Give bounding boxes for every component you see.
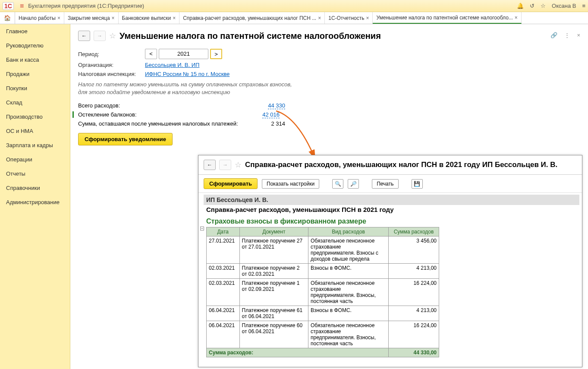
report-heading: Справка-расчет расходов, уменьшающих ПСН… <box>206 206 577 213</box>
back-button[interactable]: ← <box>204 160 216 170</box>
sidebar-item-sales[interactable]: Продажи <box>0 67 70 81</box>
report-org: ИП Бессольцев И. В. <box>204 195 579 205</box>
period-prev-button[interactable]: < <box>145 49 157 59</box>
sidebar-item-warehouse[interactable]: Склад <box>0 95 70 110</box>
close-icon[interactable]: × <box>515 15 518 21</box>
user-name[interactable]: Оксана В <box>552 3 576 9</box>
options-icon[interactable]: ≡ <box>582 3 585 9</box>
tax-link[interactable]: ИФНС России № 15 по г. Москве <box>145 71 230 77</box>
sidebar-item-main[interactable]: Главное <box>0 24 70 38</box>
bell-icon[interactable]: 🔔 <box>517 3 524 9</box>
app-title: Бухгалтерия предприятия (1С:Предприятие) <box>28 3 517 9</box>
table-row[interactable]: 06.04.2021Платежное поручение 60 от 06.0… <box>207 321 439 348</box>
favorite-icon[interactable]: ☆ <box>235 160 242 170</box>
close-icon[interactable]: × <box>318 15 321 21</box>
report-table: Дата Документ Вид расходов Сумма расходо… <box>206 227 439 357</box>
report-section: Страховые взносы в фиксированном размере <box>206 218 577 225</box>
total-expenses-link[interactable]: 44 330 <box>268 102 285 109</box>
tab-bank[interactable]: Банковские выписки× <box>119 12 180 24</box>
titlebar: 1C ≡ Бухгалтерия предприятия (1С:Предпри… <box>0 0 588 12</box>
page-title: Уменьшение налога по патентной системе н… <box>119 31 381 41</box>
more-icon[interactable]: ⋮ <box>564 32 570 38</box>
collapse-icon[interactable]: − <box>200 227 204 230</box>
org-label: Организация: <box>78 62 145 68</box>
form-notification-button[interactable]: Сформировать уведомление <box>78 133 173 145</box>
total-expenses-label: Всего расходов: <box>78 102 264 109</box>
sidebar-item-manager[interactable]: Руководителю <box>0 38 70 53</box>
sidebar-item-catalogs[interactable]: Справочники <box>0 181 70 195</box>
close-icon[interactable]: × <box>112 15 115 21</box>
close-icon[interactable]: × <box>57 15 60 21</box>
period-next-button[interactable]: > <box>210 49 222 59</box>
search-clear-icon[interactable]: 🔎 <box>348 179 359 189</box>
report-window: ← → ☆ Справка-расчет расходов, уменьшающ… <box>198 155 582 367</box>
history-icon[interactable]: ↺ <box>530 3 535 9</box>
home-tab[interactable]: 🏠 <box>0 12 15 24</box>
sidebar: Главное Руководителю Банк и касса Продаж… <box>0 24 70 369</box>
period-label: Период: <box>78 51 145 57</box>
search-icon[interactable]: 🔍 <box>332 179 343 189</box>
col-date: Дата <box>207 227 240 237</box>
tab-1c-report[interactable]: 1С-Отчетность× <box>325 12 373 24</box>
total-value: 44 330,00 <box>389 348 439 357</box>
forward-button[interactable]: → <box>219 160 231 170</box>
remain-value: 2 314 <box>264 120 285 127</box>
sidebar-item-payroll[interactable]: Зарплата и кадры <box>0 138 70 152</box>
report-title: Справка-расчет расходов, уменьшающих нал… <box>245 161 557 169</box>
glazing-label: Остекление балконов: <box>78 111 258 118</box>
total-label: Сумма расходов: <box>207 348 389 357</box>
generate-button[interactable]: Сформировать <box>204 178 258 189</box>
sidebar-item-production[interactable]: Производство <box>0 110 70 124</box>
remain-label: Сумма, оставшаяся после уменьшения налог… <box>78 120 264 127</box>
sidebar-item-bank[interactable]: Банк и касса <box>0 53 70 67</box>
sidebar-item-operations[interactable]: Операции <box>0 152 70 167</box>
report-body: ИП Бессольцев И. В. Справка-расчет расхо… <box>198 193 582 362</box>
close-icon[interactable]: × <box>173 15 176 21</box>
favorite-icon[interactable]: ☆ <box>109 31 116 41</box>
save-icon[interactable]: 💾 <box>412 179 423 189</box>
close-icon[interactable]: × <box>366 15 369 21</box>
app-logo: 1C <box>3 2 14 10</box>
sidebar-item-purchases[interactable]: Покупки <box>0 81 70 95</box>
close-icon[interactable]: × <box>577 32 580 38</box>
glazing-link[interactable]: 42 016 <box>262 111 280 118</box>
tab-psn-reduce[interactable]: Уменьшение налога по патентной системе н… <box>373 12 521 24</box>
tabsbar: 🏠 Начало работы× Закрытие месяца× Банков… <box>0 12 588 24</box>
tab-report-psn[interactable]: Справка-расчет расходов, уменьшающих нал… <box>179 12 325 24</box>
print-button[interactable]: Печать <box>372 179 398 189</box>
tab-start[interactable]: Начало работы× <box>15 12 64 24</box>
star-icon[interactable]: ☆ <box>541 3 546 9</box>
period-value[interactable]: 2021 <box>159 49 208 59</box>
col-kind: Вид расходов <box>308 227 388 237</box>
back-button[interactable]: ← <box>78 31 90 41</box>
sidebar-item-reports[interactable]: Отчеты <box>0 167 70 181</box>
sidebar-item-admin[interactable]: Администрирование <box>0 195 70 209</box>
table-row[interactable]: 02.03.2021Платежное поручение 2 от 02.03… <box>207 264 439 279</box>
table-row[interactable]: 02.03.2021Платежное поручение 1 от 02.09… <box>207 279 439 306</box>
col-sum: Сумма расходов <box>389 227 439 237</box>
table-row[interactable]: 27.01.2021Платежное поручение 27 от 27.0… <box>207 237 439 264</box>
tax-label: Налоговая инспекция: <box>78 71 145 77</box>
tab-month-close[interactable]: Закрытие месяца× <box>64 12 119 24</box>
sidebar-item-assets[interactable]: ОС и НМА <box>0 124 70 138</box>
show-settings-button[interactable]: Показать настройки <box>262 179 319 189</box>
col-doc: Документ <box>239 227 308 237</box>
menu-icon[interactable]: ≡ <box>20 2 24 10</box>
table-row[interactable]: 06.04.2021Платежное поручение 61 от 06.0… <box>207 306 439 321</box>
org-link[interactable]: Бессольцев И. В. ИП <box>145 62 199 68</box>
link-icon[interactable]: 🔗 <box>550 32 557 38</box>
hint-text: Налог по патенту можно уменьшить на сумм… <box>78 81 580 96</box>
forward-button[interactable]: → <box>94 31 106 41</box>
